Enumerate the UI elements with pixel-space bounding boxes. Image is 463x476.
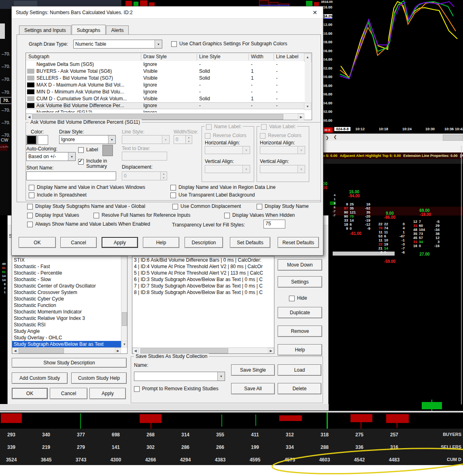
subgraph-row[interactable]: Ask Volume Bid Volume Difference Per...I… <box>26 102 304 109</box>
tab-alerts[interactable]: Alerts <box>106 25 129 34</box>
value-label-checkbox[interactable] <box>261 124 267 130</box>
studies-help-button[interactable]: Help <box>278 344 322 355</box>
color-swatch-primary[interactable] <box>26 135 37 145</box>
subgraph-color-swatch[interactable] <box>27 83 34 87</box>
applied-study-item[interactable]: 4 | ID:4 Volume At Price Threshold Alert… <box>132 263 274 270</box>
value-label-title-row[interactable]: Value Label: <box>260 124 297 130</box>
name-reverse-colors-row[interactable]: Reverse Colors <box>205 133 246 139</box>
resolve-full-names-row[interactable]: Resolve Full Names for Reference Inputs <box>93 212 190 218</box>
sg11-draw-style-arrow-icon[interactable]: ▼ <box>108 135 115 144</box>
auto-coloring-arrow-icon[interactable]: ▼ <box>68 152 75 161</box>
study-list-item[interactable]: Stochastic Center of Gravity Oscillator <box>12 283 121 289</box>
display-values-hidden-row[interactable]: Display Values When Hidden <box>224 212 295 218</box>
applied-study-item[interactable]: 7 | ID:7 Study Subgraph Above/Below Bar … <box>132 283 274 289</box>
prompt-remove-row[interactable]: Prompt to Remove Existing Studies <box>134 386 219 392</box>
subgraph-color-swatch[interactable] <box>27 89 34 94</box>
duplicate-button[interactable]: Duplicate <box>278 307 322 318</box>
table-hscroll-right-arrow[interactable]: ▶ <box>298 114 304 120</box>
study-list-item[interactable]: Stochastic Crossover System <box>12 289 121 296</box>
save-single-button[interactable]: Save Single <box>231 364 275 376</box>
settings-button[interactable]: Settings <box>278 276 322 288</box>
value-vertical-align-dropdown[interactable]: ▼ <box>260 165 305 173</box>
study-vscroll-down-arrow[interactable]: ▼ <box>121 341 127 347</box>
hide-checkbox[interactable] <box>289 296 295 301</box>
settings-ok-button[interactable]: OK <box>19 237 56 248</box>
study-list-item[interactable]: Stochastic - Fast <box>12 263 121 270</box>
table-vscroll-track[interactable] <box>305 60 311 103</box>
label-checkbox[interactable] <box>78 147 84 153</box>
display-name-chart-values-checkbox[interactable] <box>29 185 34 190</box>
dropdown-arrow-icon[interactable]: ▼ <box>155 40 162 48</box>
studies-ok-button[interactable]: OK <box>12 388 48 399</box>
sg11-draw-style-dropdown[interactable]: Ignore ▼ <box>59 135 116 144</box>
table-hscroll[interactable]: ◀ ▶ <box>26 113 304 120</box>
study-list-hscroll[interactable]: ◀ ▶ <box>12 347 121 353</box>
name-vertical-align-dropdown[interactable]: ▼ <box>205 165 250 173</box>
save-all-button[interactable]: Save All <box>231 383 275 394</box>
value-reverse-colors-row[interactable]: Reverse Colors <box>260 133 302 139</box>
scale-scroll-right-arrow[interactable]: ❯ <box>322 133 333 141</box>
study-list-vscroll[interactable]: ▼ <box>121 256 127 347</box>
displacement-spin-arrows[interactable]: ▲▼ <box>160 172 167 180</box>
displacement-spinner[interactable]: 0 ▲▼ <box>122 171 167 180</box>
settings-apply-button[interactable]: Apply <box>102 237 138 248</box>
delete-button[interactable]: Delete <box>278 383 321 394</box>
include-spreadsheet-row[interactable]: Include in Spreadsheet <box>29 192 87 198</box>
applied-hscroll-thumb[interactable] <box>140 348 228 353</box>
subgraph-row[interactable]: BUYERS - Ask Volume Total (SG6)VisibleSo… <box>26 68 304 75</box>
common-displacement-checkbox[interactable] <box>172 204 178 209</box>
display-global-row[interactable]: Display Study Subgraphs Name and Value -… <box>27 203 145 209</box>
subgraph-table[interactable]: Subgraph Draw Style Line Style Width Lin… <box>25 53 312 120</box>
study-list-item[interactable]: Stochastic - Percentile <box>12 270 121 276</box>
settings-titlebar[interactable]: Study Settings: Numbers Bars Calculated … <box>12 6 323 19</box>
value-reverse-colors-checkbox[interactable] <box>260 133 265 139</box>
custom-study-help-button[interactable]: Custom Study Help <box>71 372 127 384</box>
display-input-values-checkbox[interactable] <box>27 213 33 218</box>
study-list-item[interactable]: Stochastic Momentum Indicator <box>12 309 121 315</box>
name-label-checkbox[interactable] <box>206 124 212 130</box>
study-list-item[interactable]: Stochastic - Slow <box>12 276 121 283</box>
study-hscroll-left-arrow[interactable]: ◀ <box>12 348 18 354</box>
name-label-title-row[interactable]: Name Label: <box>205 124 243 130</box>
display-name-region-row[interactable]: Display Name and Value in Region Data Li… <box>170 184 276 190</box>
applied-hscroll-left-arrow[interactable]: ◀ <box>132 348 138 354</box>
display-global-checkbox[interactable] <box>27 204 33 209</box>
width-size-spinner[interactable]: 0 ▲▼ <box>174 135 192 144</box>
set-defaults-button[interactable]: Set Defaults <box>230 237 270 248</box>
subgraph-color-swatch[interactable] <box>27 69 34 74</box>
chart-hscrollbar[interactable]: ❮ <box>333 133 463 141</box>
remove-button[interactable]: Remove <box>278 326 322 337</box>
subgraph-row[interactable]: MIN D - Minimum Ask Volume Bid Volu...Ig… <box>26 89 304 95</box>
table-hscroll-thumb[interactable] <box>32 114 283 120</box>
close-icon[interactable]: ✕ <box>311 9 319 16</box>
include-summary-checkbox[interactable] <box>78 159 84 165</box>
study-list-item[interactable]: Study Subgraph Above/Below Bar as Text <box>12 341 121 347</box>
applied-study-item[interactable]: 6 | ID:3 Study Subgraph Above/Below Bar … <box>132 276 274 283</box>
applied-study-item[interactable]: 8 | ID:8 Study Subgraph Above/Below Bar … <box>132 289 274 296</box>
add-custom-study-button[interactable]: Add Custom Study <box>12 372 68 384</box>
tab-subgraphs[interactable]: Subgraphs <box>72 25 106 34</box>
transparent-label-bg-checkbox[interactable] <box>170 193 176 198</box>
tab-settings-and-inputs[interactable]: Settings and Inputs <box>19 25 71 34</box>
subgraph-color-swatch[interactable] <box>27 76 34 80</box>
applied-study-item[interactable]: 5 | ID:5 Volume At Price Threshold Alert… <box>132 270 274 276</box>
study-list-item[interactable]: Study Angle <box>12 328 121 334</box>
subgraph-color-swatch[interactable] <box>27 103 34 108</box>
display-values-hidden-checkbox[interactable] <box>224 213 230 218</box>
display-name-region-checkbox[interactable] <box>170 185 176 190</box>
applied-study-item[interactable]: 3 | ID:6 Ask/Bid Volume Difference Bars … <box>132 257 274 263</box>
name-horizontal-align-dropdown[interactable]: ▼ <box>205 146 250 154</box>
study-hscroll-thumb[interactable] <box>19 348 64 353</box>
combo-arrow-icon[interactable]: ▼ <box>217 372 225 381</box>
resolve-full-names-checkbox[interactable] <box>93 213 99 218</box>
display-study-name-row[interactable]: Display Study Name <box>257 203 309 209</box>
subgraph-color-swatch[interactable] <box>27 96 34 101</box>
always-show-labels-row[interactable]: Always Show Name and Value Labels When E… <box>27 221 150 227</box>
study-list-item[interactable]: STIX <box>12 257 121 263</box>
study-list-item[interactable]: Study Overlay - OHLC <box>12 334 121 341</box>
collection-name-combo[interactable]: ▼ <box>134 372 225 381</box>
study-list-item[interactable]: Stochastic Cyber Cycle <box>12 296 121 302</box>
transparency-input[interactable]: 75 <box>263 220 285 228</box>
table-vscroll-down-arrow[interactable]: ▼ <box>304 103 311 110</box>
settings-help-button[interactable]: Help <box>143 237 179 248</box>
